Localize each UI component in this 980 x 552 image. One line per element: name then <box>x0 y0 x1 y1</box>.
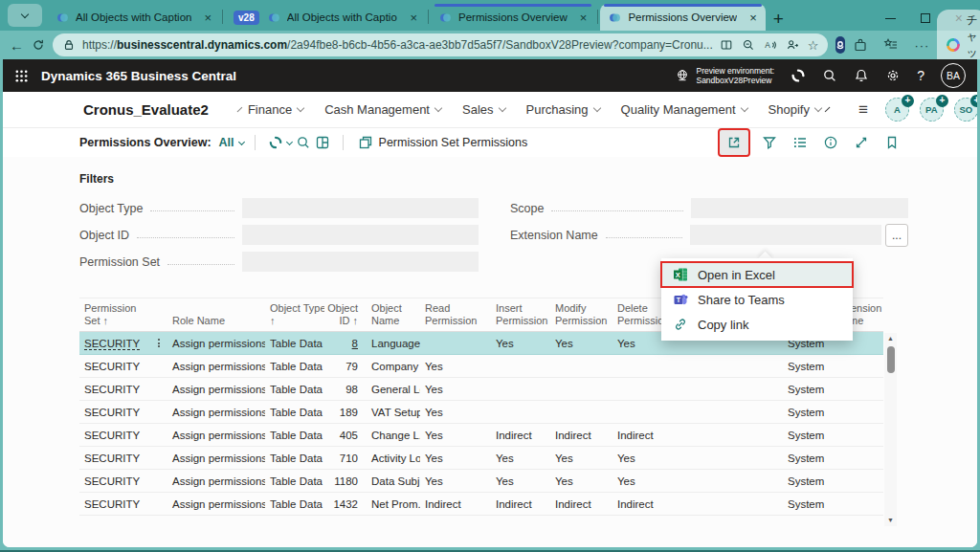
cell-value: Company ... <box>371 361 420 372</box>
nav-menu-quality-management[interactable]: Quality Management <box>621 102 747 117</box>
extensions-puzzle-icon[interactable] <box>853 37 868 53</box>
tab-close-icon[interactable]: × <box>749 11 757 24</box>
favorite-star-icon[interactable]: ☆ <box>808 39 819 52</box>
table-row[interactable]: SECURITYAssign permissions ...Table Data… <box>79 493 883 516</box>
new-tab-button[interactable]: + <box>773 10 784 28</box>
filter-input-object-id[interactable] <box>242 225 479 245</box>
column-header-object-id[interactable]: ObjectID ↑ <box>324 298 367 331</box>
settings-gear-icon[interactable] <box>885 68 901 83</box>
filter-input-extension-name[interactable] <box>690 225 881 245</box>
copilot-header-icon[interactable] <box>791 68 806 83</box>
column-header-insert-permission[interactable]: InsertPermission <box>491 298 550 331</box>
copilot-actions-button[interactable] <box>266 133 294 152</box>
table-row[interactable]: SECURITYAssign permissions ...Table Data… <box>79 355 883 378</box>
bookmark-button[interactable] <box>882 133 902 152</box>
nav-back-chevron-icon[interactable] <box>237 107 243 113</box>
menu-item-share-to-teams[interactable]: TShare to Teams <box>661 287 853 312</box>
waffle-menu-icon[interactable] <box>14 69 29 83</box>
menu-item-copy-link[interactable]: Copy link <box>661 312 853 337</box>
nav-hamburger-icon[interactable]: ≡ <box>858 100 868 120</box>
extension-icon[interactable] <box>835 36 845 54</box>
cell-value: System <box>788 361 824 372</box>
cell-value[interactable]: SECURITY <box>84 338 140 349</box>
read-aloud-icon[interactable]: A <box>764 38 777 52</box>
search-icon[interactable] <box>822 68 837 83</box>
nav-menu-finance[interactable]: Finance <box>248 102 303 117</box>
zoom-out-icon[interactable] <box>742 38 755 52</box>
table-row[interactable]: SECURITYAssign permissions ...Table Data… <box>79 470 883 493</box>
browser-menu-icon[interactable]: ··· <box>914 38 929 53</box>
add-badge-icon[interactable]: + <box>970 95 977 107</box>
role-badge-so[interactable]: SO+ <box>954 98 977 121</box>
nav-menu-cash-management[interactable]: Cash Management <box>324 102 441 117</box>
table-row[interactable]: SECURITYAssign permissions ...Table Data… <box>79 378 883 401</box>
nav-menu-purchasing[interactable]: Purchasing <box>526 102 600 117</box>
analysis-mode-button[interactable] <box>313 133 332 152</box>
browser-tab[interactable]: v28All Objects with Caption× <box>225 4 426 31</box>
tab-close-icon[interactable]: × <box>580 11 588 24</box>
header-line1: Permission <box>84 302 162 315</box>
filter-button[interactable] <box>760 133 779 152</box>
search-list-button[interactable] <box>294 133 313 152</box>
column-header-role-name[interactable]: Role Name <box>167 298 265 331</box>
scrollbar-thumb[interactable] <box>887 346 895 373</box>
url-bar[interactable]: https://businesscentral.dynamics.com/2a9… <box>53 33 828 56</box>
nav-menu-shopify[interactable]: Shopify <box>768 102 821 117</box>
table-row[interactable]: SECURITYAssign permissions ...Table Data… <box>79 424 883 447</box>
row-menu-icon[interactable] <box>158 339 162 347</box>
nav-menu-label: Finance <box>248 102 292 117</box>
column-header-read-permission[interactable]: ReadPermission <box>420 298 491 331</box>
scroll-down-icon[interactable]: ▼ <box>884 515 897 526</box>
tab-close-icon[interactable]: × <box>410 11 417 24</box>
refresh-button[interactable] <box>32 38 45 52</box>
filter-input-scope[interactable] <box>691 198 908 218</box>
permission-set-permissions-action[interactable]: Permission Set Permissions <box>358 135 528 150</box>
details-button[interactable] <box>821 133 840 152</box>
tab-close-icon[interactable]: × <box>204 11 212 24</box>
minimize-icon[interactable] <box>885 18 896 19</box>
filter-input-object-type[interactable] <box>242 198 479 218</box>
nav-menu-sales[interactable]: Sales <box>462 102 505 117</box>
list-view-button[interactable] <box>791 133 810 152</box>
header-line2: ↑ <box>270 315 319 327</box>
column-header-modify-permission[interactable]: ModifyPermission <box>550 298 612 331</box>
cell-insert-permission <box>491 378 550 400</box>
help-icon[interactable]: ? <box>917 68 924 83</box>
view-filter-dropdown[interactable]: All <box>219 136 244 149</box>
fullscreen-button[interactable] <box>852 133 871 152</box>
filter-label: Object Type <box>79 202 143 218</box>
filter-label: Extension Name <box>510 229 598 245</box>
table-row[interactable]: SECURITYAssign permissions ...Table Data… <box>79 447 883 470</box>
cell-read-permission: Yes <box>420 470 491 492</box>
column-header-object-type[interactable]: Object Type↑ <box>265 298 324 331</box>
role-badge-a[interactable]: A+ <box>885 98 909 121</box>
share-button[interactable] <box>720 130 748 155</box>
vertical-scrollbar[interactable]: ▲ ▼ <box>884 333 897 526</box>
favorites-hub-icon[interactable] <box>883 37 899 53</box>
filter-input-permission-set[interactable] <box>242 252 479 272</box>
company-name[interactable]: Cronus_Evaluate2 <box>83 101 209 118</box>
table-row-partial[interactable] <box>79 516 883 524</box>
account-avatar[interactable]: BA <box>941 63 966 88</box>
column-header-permission-set[interactable]: PermissionSet ↑ <box>79 298 167 331</box>
cell-value[interactable]: 8 <box>352 338 358 349</box>
profile-switch-icon[interactable] <box>786 38 799 52</box>
environment-indicator[interactable]: Preview environment:SandboxV28Preview <box>675 66 774 86</box>
split-screen-icon[interactable] <box>720 38 733 52</box>
add-badge-icon[interactable]: + <box>936 95 948 107</box>
scroll-up-icon[interactable]: ▲ <box>884 333 897 344</box>
role-badge-pa[interactable]: PA+ <box>920 98 944 121</box>
maximize-icon[interactable] <box>921 13 930 23</box>
table-row[interactable]: SECURITYAssign permissions ...Table Data… <box>79 401 883 424</box>
add-badge-icon[interactable]: + <box>902 95 914 107</box>
browser-tab[interactable]: Permissions Overview× <box>431 4 595 31</box>
browser-tab[interactable]: All Objects with Caption× <box>48 4 220 31</box>
notifications-bell-icon[interactable] <box>854 68 869 83</box>
tab-search-button[interactable] <box>8 4 42 27</box>
menu-item-open-in-excel[interactable]: XOpen in Excel <box>661 262 853 287</box>
assist-edit-button[interactable]: ... <box>885 224 908 247</box>
back-button[interactable]: ← <box>10 38 24 53</box>
nav-more-chevron-icon[interactable] <box>825 107 831 113</box>
browser-tab[interactable]: Permissions Overview× <box>600 4 765 31</box>
column-header-object-name[interactable]: ObjectName <box>367 298 420 331</box>
